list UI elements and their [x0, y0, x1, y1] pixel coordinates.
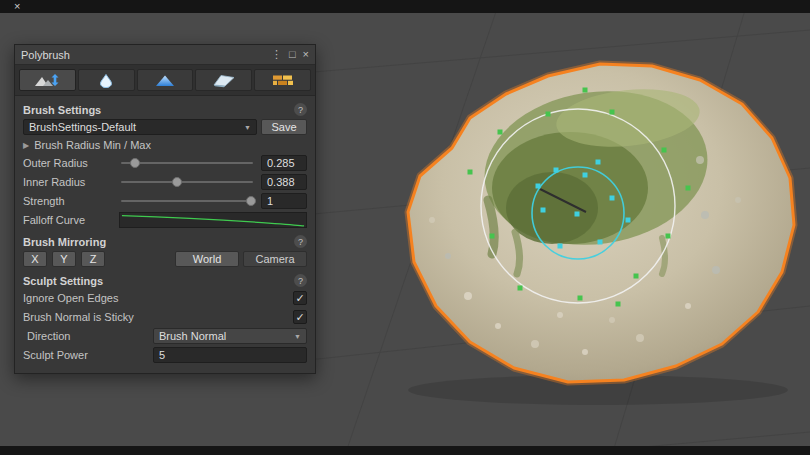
tab-paint-vertex-colors[interactable] — [137, 69, 194, 91]
tab-texture-blend[interactable] — [254, 69, 311, 91]
mirror-space-world-button[interactable]: World — [175, 251, 239, 267]
outer-radius-label: Outer Radius — [23, 157, 119, 169]
polybrush-panel: Polybrush ⋮ □ × — [14, 44, 316, 374]
foldout-arrow-icon: ▶ — [23, 141, 29, 150]
check-icon: ✓ — [295, 293, 304, 304]
slider-handle[interactable] — [172, 177, 182, 187]
brush-radius-foldout[interactable]: ▶ Brush Radius Min / Max — [23, 139, 307, 151]
tab-sculpt[interactable] — [19, 69, 76, 91]
inner-radius-label: Inner Radius — [23, 176, 119, 188]
mode-tabbar — [15, 65, 315, 96]
prefab-icon — [211, 73, 237, 88]
falloff-curve-field[interactable] — [119, 212, 307, 228]
slider-track — [121, 162, 253, 164]
outer-radius-slider[interactable] — [119, 155, 255, 171]
mirror-y-button[interactable]: Y — [52, 251, 76, 267]
paint-triangle-icon — [152, 73, 178, 88]
brush-normal-sticky-label: Brush Normal is Sticky — [23, 311, 134, 323]
window-bottom-bar — [0, 446, 810, 455]
mirror-x-button[interactable]: X — [23, 251, 47, 267]
help-icon[interactable]: ? — [294, 235, 307, 248]
texture-bricks-icon — [270, 73, 296, 88]
strength-label: Strength — [23, 195, 119, 207]
direction-label: Direction — [23, 330, 119, 342]
close-icon[interactable]: × — [303, 49, 309, 60]
water-drop-icon — [93, 73, 119, 88]
brush-mirroring-header: Brush Mirroring ? — [23, 235, 307, 248]
maximize-icon[interactable]: □ — [289, 49, 296, 60]
mirror-z-button[interactable]: Z — [81, 251, 105, 267]
tab-prefab-scattering[interactable] — [195, 69, 252, 91]
inner-radius-slider[interactable] — [119, 174, 255, 190]
window-top-bar: × — [0, 0, 810, 13]
slider-handle[interactable] — [246, 196, 256, 206]
panel-menu-icon[interactable]: ⋮ — [271, 49, 282, 60]
outer-radius-value[interactable]: 0.285 — [261, 155, 307, 171]
brush-settings-header: Brush Settings ? — [23, 103, 307, 116]
tab-smooth[interactable] — [78, 69, 135, 91]
mirror-space-camera-button[interactable]: Camera — [243, 251, 307, 267]
panel-titlebar[interactable]: Polybrush ⋮ □ × — [15, 45, 315, 65]
strength-value[interactable]: 1 — [261, 193, 307, 209]
direction-dropdown[interactable]: Brush Normal ▼ — [153, 328, 307, 344]
sculpt-icon — [34, 73, 60, 88]
chevron-down-icon: ▼ — [244, 124, 251, 131]
help-icon[interactable]: ? — [294, 274, 307, 287]
sculpt-power-label: Sculpt Power — [23, 349, 119, 361]
sculpt-power-input[interactable]: 5 — [153, 347, 307, 363]
check-icon: ✓ — [295, 312, 304, 323]
slider-track — [121, 181, 253, 183]
slider-track — [121, 200, 253, 202]
falloff-curve-label: Falloff Curve — [23, 214, 119, 226]
sculpt-settings-header: Sculpt Settings ? — [23, 274, 307, 287]
inner-radius-value[interactable]: 0.388 — [261, 174, 307, 190]
save-button[interactable]: Save — [261, 119, 307, 135]
brush-preset-dropdown[interactable]: BrushSettings-Default ▼ — [23, 119, 257, 135]
window-close-icon[interactable]: × — [14, 1, 20, 12]
slider-handle[interactable] — [130, 158, 140, 168]
ignore-open-edges-checkbox[interactable]: ✓ — [293, 291, 307, 305]
chevron-down-icon: ▼ — [294, 333, 301, 340]
brush-normal-sticky-checkbox[interactable]: ✓ — [293, 310, 307, 324]
ignore-open-edges-label: Ignore Open Edges — [23, 292, 118, 304]
panel-title: Polybrush — [21, 49, 70, 61]
strength-slider[interactable] — [119, 193, 255, 209]
help-icon[interactable]: ? — [294, 103, 307, 116]
falloff-curve-graph — [120, 213, 306, 227]
